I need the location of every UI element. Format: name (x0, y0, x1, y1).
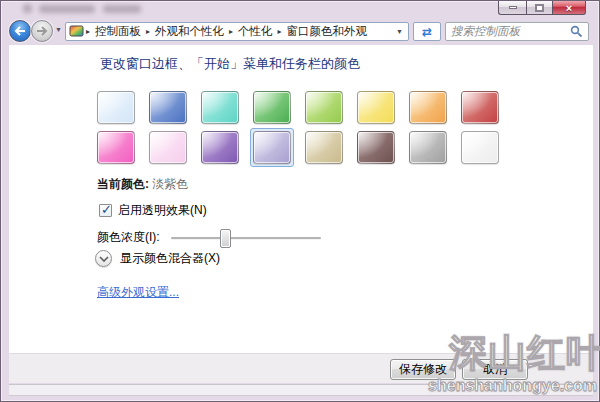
swatch-color (409, 91, 447, 124)
navigation-bar: ▼ ▸控制面板▸外观和个性化▸个性化▸窗口颜色和外观 ▼ ⇄ 搜索控制面板 (1, 17, 599, 45)
expander-button[interactable] (95, 250, 112, 267)
search-icon (570, 25, 583, 38)
swatch-color (305, 91, 343, 124)
transparency-row: ✓ 启用透明效果(N) (99, 202, 207, 219)
search-box[interactable]: 搜索控制面板 (445, 22, 589, 41)
color-swatch-grid (94, 88, 502, 167)
color-swatch[interactable] (250, 88, 294, 127)
slider-track[interactable] (171, 237, 321, 239)
refresh-button[interactable]: ⇄ (413, 22, 441, 41)
breadcrumb-item[interactable]: 外观和个性化 (152, 24, 227, 39)
window-title-blurred (103, 5, 141, 13)
color-swatch[interactable] (198, 88, 242, 127)
window-icon-blurred (23, 4, 32, 13)
breadcrumb-item[interactable]: 窗口颜色和外观 (284, 24, 371, 39)
swatch-color (201, 131, 239, 164)
swatch-color (253, 131, 291, 164)
transparency-label: 启用透明效果(N) (118, 202, 207, 219)
swatch-color (97, 131, 135, 164)
color-swatch[interactable] (146, 128, 190, 167)
page-title: 更改窗口边框、「开始」菜单和任务栏的颜色 (100, 55, 360, 73)
intensity-row: 颜色浓度(I): (97, 227, 160, 247)
swatch-color (357, 91, 395, 124)
breadcrumb-item[interactable]: 个性化 (235, 24, 276, 39)
forward-button[interactable] (31, 20, 53, 42)
chevron-down-icon (99, 256, 109, 262)
color-swatch[interactable] (302, 128, 346, 167)
mixer-label: 显示颜色混合器(X) (120, 250, 220, 267)
current-color-line: 当前颜色: 淡紫色 (97, 176, 188, 193)
breadcrumb-separator-icon: ▸ (144, 27, 152, 36)
cancel-button[interactable]: 取消 (462, 359, 528, 380)
close-icon: × (566, 2, 572, 14)
footer-bar: 保存修改 取消 (9, 353, 593, 383)
breadcrumb-separator-icon: ▸ (276, 27, 284, 36)
swatch-color (461, 131, 499, 164)
swatch-color (305, 131, 343, 164)
address-bar[interactable]: ▸控制面板▸外观和个性化▸个性化▸窗口颜色和外观 ▼ (65, 22, 409, 41)
save-changes-button[interactable]: 保存修改 (390, 359, 456, 380)
color-swatch[interactable] (198, 128, 242, 167)
intensity-label: 颜色浓度(I): (97, 230, 160, 244)
color-swatch[interactable] (354, 128, 398, 167)
window-controls: × (498, 1, 586, 15)
transparency-checkbox[interactable]: ✓ (99, 204, 112, 217)
breadcrumb-separator-icon: ▸ (227, 27, 235, 36)
swatch-color (97, 91, 135, 124)
color-swatch[interactable] (94, 128, 138, 167)
color-swatch[interactable] (458, 88, 502, 127)
check-icon: ✓ (101, 202, 112, 217)
slider-thumb[interactable] (220, 229, 231, 248)
swatch-color (253, 91, 291, 124)
window-title-blurred (39, 5, 95, 13)
breadcrumb: ▸控制面板▸外观和个性化▸个性化▸窗口颜色和外观 (84, 24, 394, 39)
color-swatch[interactable] (94, 88, 138, 127)
mixer-row: 显示颜色混合器(X) (95, 250, 220, 267)
color-swatch[interactable] (146, 88, 190, 127)
recent-pages-dropdown-icon[interactable]: ▼ (55, 26, 62, 33)
color-swatch[interactable] (406, 128, 450, 167)
swatch-color (149, 91, 187, 124)
current-color-value: 淡紫色 (152, 177, 188, 191)
address-dropdown-icon[interactable]: ▼ (394, 28, 405, 35)
window: × ▼ ▸控制面板▸外观和个性化▸个性化▸窗口颜色和外观 ▼ ⇄ 搜索控制面板 (0, 0, 600, 402)
color-swatch[interactable] (354, 88, 398, 127)
minimize-icon (509, 6, 517, 9)
color-swatch[interactable] (458, 128, 502, 167)
swatch-color (409, 131, 447, 164)
back-arrow-icon (14, 26, 26, 36)
breadcrumb-separator-icon: ▸ (84, 27, 92, 36)
swatch-color (357, 131, 395, 164)
maximize-button[interactable] (526, 1, 552, 15)
back-button[interactable] (9, 20, 31, 42)
status-strip (9, 384, 593, 396)
advanced-appearance-link[interactable]: 高级外观设置... (97, 284, 179, 301)
titlebar[interactable]: × (1, 1, 599, 17)
color-swatch[interactable] (406, 88, 450, 127)
swatch-color (461, 91, 499, 124)
refresh-icon: ⇄ (422, 25, 432, 39)
color-swatch-selected[interactable] (250, 128, 294, 167)
breadcrumb-item[interactable]: 控制面板 (92, 24, 144, 39)
search-input[interactable]: 搜索控制面板 (451, 24, 570, 39)
page-icon (69, 25, 84, 38)
current-color-label: 当前颜色: (97, 177, 149, 191)
maximize-icon (535, 4, 544, 12)
forward-arrow-icon (36, 26, 48, 36)
content-panel: 更改窗口边框、「开始」菜单和任务栏的颜色 当前颜色: 淡紫色 ✓ 启用透明效果(… (9, 45, 593, 353)
minimize-button[interactable] (498, 1, 526, 15)
swatch-color (201, 91, 239, 124)
color-swatch[interactable] (302, 88, 346, 127)
close-button[interactable]: × (552, 1, 586, 15)
swatch-color (149, 131, 187, 164)
